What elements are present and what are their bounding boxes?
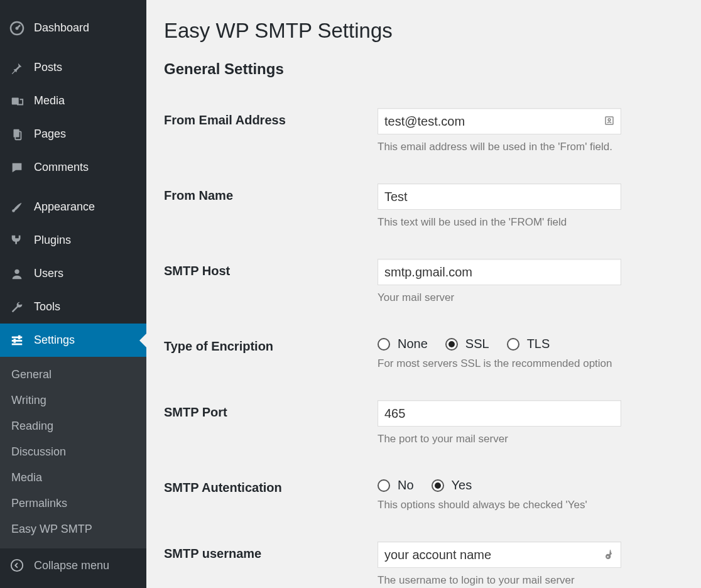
brush-icon bbox=[9, 199, 25, 215]
input-smtp-host[interactable] bbox=[378, 259, 621, 285]
settings-submenu: General Writing Reading Discussion Media… bbox=[0, 357, 146, 548]
sidebar-item-label: Media bbox=[34, 94, 65, 107]
svg-point-12 bbox=[11, 560, 23, 571]
label-from-email: From Email Address bbox=[164, 108, 378, 128]
row-from-name: From Name This text will be used in the … bbox=[164, 183, 683, 229]
sidebar-item-label: Users bbox=[34, 267, 63, 280]
helper-smtp-port: The port to your mail server bbox=[378, 433, 683, 445]
sidebar-item-label: Pages bbox=[34, 128, 66, 141]
submenu-discussion[interactable]: Discussion bbox=[0, 439, 146, 465]
sidebar-item-posts[interactable]: Posts bbox=[0, 51, 146, 84]
row-smtp-auth: SMTP Autentication No Yes This options s… bbox=[164, 476, 683, 511]
sidebar-item-dashboard[interactable]: Dashboard bbox=[0, 11, 146, 45]
radio-encryption-ssl[interactable] bbox=[445, 338, 458, 351]
user-icon bbox=[9, 266, 25, 282]
input-from-name[interactable] bbox=[378, 183, 621, 210]
row-from-email: From Email Address This email address wi… bbox=[164, 108, 683, 153]
svg-rect-9 bbox=[12, 343, 23, 345]
sidebar-item-appearance[interactable]: Appearance bbox=[0, 190, 146, 224]
sidebar-item-media[interactable]: Media bbox=[0, 84, 146, 117]
comment-icon bbox=[9, 160, 25, 176]
sidebar-item-label: Tools bbox=[34, 300, 60, 313]
helper-encryption: For most servers SSL is the recommended … bbox=[378, 357, 683, 370]
sidebar-item-label: Settings bbox=[34, 334, 75, 347]
row-smtp-port: SMTP Port The port to your mail server bbox=[164, 400, 683, 445]
svg-rect-8 bbox=[12, 340, 23, 342]
label-from-name: From Name bbox=[164, 183, 378, 203]
contact-card-icon bbox=[604, 115, 616, 128]
radio-label-no: No bbox=[398, 478, 414, 493]
svg-rect-10 bbox=[18, 335, 21, 339]
svg-point-14 bbox=[608, 119, 611, 121]
wrench-icon bbox=[9, 299, 25, 315]
sidebar-item-users[interactable]: Users bbox=[0, 257, 146, 290]
collapse-label: Collapse menu bbox=[34, 559, 109, 572]
radio-auth-yes[interactable] bbox=[432, 479, 444, 492]
submenu-reading[interactable]: Reading bbox=[0, 413, 146, 439]
collapse-menu[interactable]: Collapse menu bbox=[0, 548, 146, 574]
submenu-media[interactable]: Media bbox=[0, 465, 146, 491]
row-smtp-username: SMTP username The username to login to y… bbox=[164, 542, 683, 587]
admin-sidebar: Dashboard Posts Media Pages Comments App… bbox=[0, 0, 146, 588]
sidebar-item-label: Comments bbox=[34, 161, 89, 174]
label-encryption: Type of Encription bbox=[164, 334, 378, 354]
pages-icon bbox=[9, 126, 25, 143]
sidebar-item-label: Posts bbox=[34, 61, 62, 74]
plug-icon bbox=[9, 232, 25, 249]
sidebar-item-label: Plugins bbox=[34, 234, 71, 247]
section-title: General Settings bbox=[164, 60, 683, 78]
submenu-writing[interactable]: Writing bbox=[0, 388, 146, 413]
collapse-icon bbox=[9, 557, 25, 574]
svg-point-1 bbox=[16, 26, 19, 30]
submenu-permalinks[interactable]: Permalinks bbox=[0, 491, 146, 516]
row-encryption: Type of Encription None SSL TLS For most… bbox=[164, 334, 683, 370]
svg-point-15 bbox=[607, 556, 609, 558]
radio-label-none: None bbox=[398, 337, 428, 351]
sidebar-item-label: Appearance bbox=[34, 200, 95, 214]
radio-label-ssl: SSL bbox=[465, 337, 489, 351]
helper-smtp-host: Your mail server bbox=[378, 291, 683, 304]
svg-rect-3 bbox=[14, 129, 19, 137]
sidebar-item-comments[interactable]: Comments bbox=[0, 151, 146, 184]
svg-rect-7 bbox=[12, 336, 23, 338]
sidebar-item-plugins[interactable]: Plugins bbox=[0, 224, 146, 257]
sidebar-item-settings[interactable]: Settings bbox=[0, 324, 146, 357]
label-smtp-host: SMTP Host bbox=[164, 259, 378, 278]
label-smtp-auth: SMTP Autentication bbox=[164, 476, 378, 495]
helper-smtp-auth: This options should always be checked 'Y… bbox=[378, 499, 683, 511]
label-smtp-port: SMTP Port bbox=[164, 400, 378, 420]
media-icon bbox=[9, 93, 25, 109]
radio-encryption-tls[interactable] bbox=[507, 338, 519, 351]
input-smtp-username[interactable] bbox=[378, 542, 621, 568]
svg-point-5 bbox=[12, 209, 15, 212]
input-from-email[interactable] bbox=[378, 108, 621, 134]
sidebar-item-pages[interactable]: Pages bbox=[0, 117, 146, 151]
radio-label-yes: Yes bbox=[452, 478, 472, 493]
svg-point-6 bbox=[14, 269, 19, 273]
dashboard-icon bbox=[9, 20, 25, 36]
svg-rect-11 bbox=[14, 339, 16, 342]
sidebar-item-tools[interactable]: Tools bbox=[0, 290, 146, 324]
helper-smtp-username: The username to login to your mail serve… bbox=[378, 574, 683, 587]
sliders-icon bbox=[9, 332, 25, 349]
submenu-easy-wp-smtp[interactable]: Easy WP SMTP bbox=[0, 516, 146, 542]
label-smtp-username: SMTP username bbox=[164, 542, 378, 561]
submenu-general[interactable]: General bbox=[0, 362, 146, 388]
key-icon bbox=[604, 548, 616, 561]
page-title: Easy WP SMTP Settings bbox=[164, 19, 683, 43]
sidebar-item-label: Dashboard bbox=[34, 21, 89, 35]
radio-label-tls: TLS bbox=[527, 337, 550, 351]
main-content: Easy WP SMTP Settings General Settings F… bbox=[146, 0, 701, 588]
input-smtp-port[interactable] bbox=[378, 400, 621, 427]
radio-encryption-none[interactable] bbox=[378, 338, 390, 351]
pin-icon bbox=[9, 60, 25, 76]
helper-from-email: This email address will be used in the '… bbox=[378, 141, 683, 153]
row-smtp-host: SMTP Host Your mail server bbox=[164, 259, 683, 304]
helper-from-name: This text will be used in the 'FROM' fie… bbox=[378, 216, 683, 229]
radio-auth-no[interactable] bbox=[378, 479, 390, 492]
